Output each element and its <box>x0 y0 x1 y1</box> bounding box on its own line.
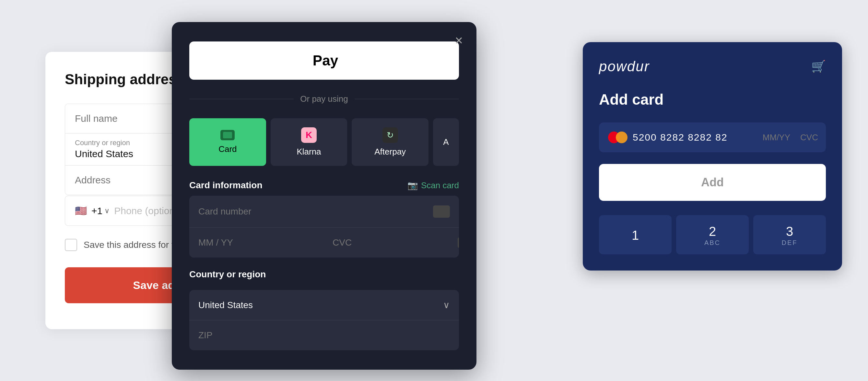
payment-tabs: Card K Klarna ↻ Afterpay A <box>189 118 459 166</box>
add-card-button[interactable]: Add <box>599 164 826 201</box>
afterpay-icon: ↻ <box>382 127 398 143</box>
close-button[interactable]: × <box>455 34 463 47</box>
numpad-key-2[interactable]: 2 ABC <box>676 215 749 254</box>
card-number-row <box>189 196 459 228</box>
klarna-icon: K <box>301 127 317 143</box>
add-card-number-input[interactable] <box>633 132 756 143</box>
tab-other-label: A <box>443 137 448 147</box>
country-region-block: United States ∨ <box>189 290 459 350</box>
add-card-title: Add card <box>599 91 826 108</box>
country-section-header: Country or region <box>189 269 459 285</box>
mastercard-icon <box>608 131 627 143</box>
chevron-down-icon: ∨ <box>443 300 450 310</box>
add-card-cvc-input[interactable] <box>796 132 818 142</box>
phone-code: +1 ∨ <box>91 205 110 216</box>
country-section-title: Country or region <box>189 269 266 280</box>
numpad-letters: ABC <box>704 239 720 247</box>
tab-klarna-label: Klarna <box>297 147 321 157</box>
country-section: Country or region United States ∨ <box>189 269 459 350</box>
scan-icon: 📷 <box>407 181 418 191</box>
powdur-logo: powdur <box>599 58 650 74</box>
add-card-mmyy-input[interactable] <box>761 132 790 142</box>
tab-afterpay-label: Afterpay <box>374 147 406 157</box>
card-inputs <box>189 196 459 258</box>
scan-card-button[interactable]: 📷 Scan card <box>407 181 459 191</box>
numpad-key-3[interactable]: 3 DEF <box>753 215 826 254</box>
save-checkbox[interactable] <box>65 239 77 251</box>
or-pay-label: Or pay using <box>300 94 348 104</box>
card-input-row <box>599 123 826 152</box>
tab-card-label: Card <box>218 144 237 154</box>
card-chip-icon <box>433 205 450 218</box>
cvc-icon <box>458 237 459 248</box>
numpad-digit: 1 <box>632 229 639 242</box>
payment-modal: × Pay Or pay using Card K Klarna ↻ After… <box>172 22 476 370</box>
or-divider: Or pay using <box>189 94 459 104</box>
tab-klarna[interactable]: K Klarna <box>271 118 347 166</box>
tab-afterpay[interactable]: ↻ Afterpay <box>352 118 429 166</box>
country-select-button[interactable]: United States ∨ <box>189 290 459 320</box>
tab-card[interactable]: Card <box>189 118 266 166</box>
mm-yy-input[interactable] <box>189 228 323 258</box>
zip-input[interactable] <box>189 320 459 350</box>
tab-other[interactable]: A <box>433 118 459 166</box>
cvc-row <box>323 228 459 258</box>
apple-pay-button[interactable]: Pay <box>189 41 459 80</box>
numpad-letters: DEF <box>782 239 798 247</box>
card-expiry-cvc-row <box>189 228 459 258</box>
flag-icon: 🇺🇸 <box>75 205 87 216</box>
apple-pay-label: Pay <box>310 53 338 69</box>
numpad-key-1[interactable]: 1 <box>599 215 672 254</box>
card-number-input[interactable] <box>198 207 428 217</box>
card-brand-icons <box>433 205 450 218</box>
numpad-digit: 2 <box>709 225 716 238</box>
card-info-title: Card information <box>189 180 262 191</box>
add-card-panel: powdur 🛒 Add card Add 1 2 ABC 3 DEF <box>583 42 842 271</box>
numpad-digit: 3 <box>786 225 793 238</box>
divider-left <box>189 99 293 99</box>
phone-chevron-icon: ∨ <box>104 207 110 215</box>
add-card-header: powdur 🛒 <box>599 58 826 74</box>
cart-icon: 🛒 <box>811 60 826 73</box>
country-value: United States <box>75 148 133 159</box>
card-icon <box>220 130 235 140</box>
card-info-section-header: Card information 📷 Scan card <box>189 180 459 191</box>
scan-label: Scan card <box>421 181 459 191</box>
country-name: United States <box>198 300 253 310</box>
numpad: 1 2 ABC 3 DEF <box>599 215 826 254</box>
cvc-input[interactable] <box>323 228 458 258</box>
divider-right <box>354 99 459 99</box>
